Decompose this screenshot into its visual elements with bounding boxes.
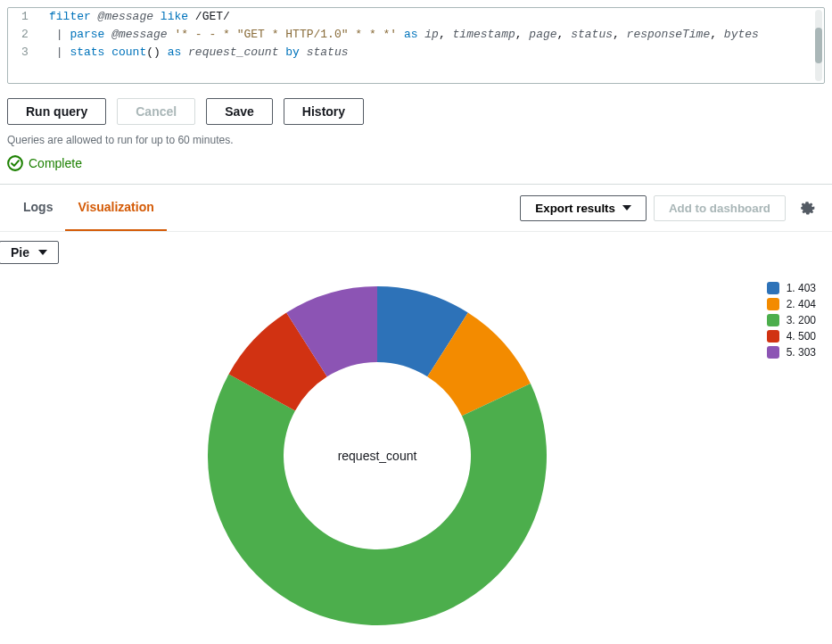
legend-item[interactable]: 2. 404 — [767, 298, 816, 310]
export-results-label: Export results — [535, 202, 615, 215]
code-content[interactable]: | stats count() as request_count by stat… — [49, 44, 359, 62]
legend-label: 2. 404 — [787, 298, 816, 310]
code-line[interactable]: 2 | parse @message '* - - * "GET * HTTP/… — [8, 26, 824, 44]
legend-swatch — [767, 314, 779, 326]
run-query-button[interactable]: Run query — [7, 98, 106, 125]
results-bar: Logs Visualization Export results Add to… — [0, 184, 832, 232]
export-results-button[interactable]: Export results — [520, 195, 647, 221]
legend-swatch — [767, 346, 779, 359]
tab-logs[interactable]: Logs — [11, 185, 65, 231]
chart-legend: 1. 4032. 4043. 2004. 5005. 303 — [767, 282, 825, 362]
chart-center-label: request_count — [338, 449, 417, 463]
line-number: 3 — [8, 44, 49, 62]
donut-slice[interactable] — [208, 374, 547, 625]
settings-button[interactable] — [793, 194, 821, 222]
status-label: Complete — [29, 156, 82, 170]
legend-label: 5. 303 — [787, 346, 816, 359]
svg-point-0 — [8, 156, 22, 170]
legend-item[interactable]: 4. 500 — [767, 330, 816, 343]
line-number: 2 — [8, 26, 49, 44]
legend-item[interactable]: 5. 303 — [767, 346, 816, 359]
gear-icon — [799, 200, 815, 216]
visualization-toolbar: Pie — [0, 232, 832, 273]
caret-down-icon — [622, 205, 631, 211]
query-editor[interactable]: 1filter @message like /GET/2 | parse @me… — [7, 7, 825, 84]
code-line[interactable]: 3 | stats count() as request_count by st… — [8, 44, 824, 62]
legend-label: 1. 403 — [787, 282, 816, 294]
add-to-dashboard-button: Add to dashboard — [654, 195, 786, 221]
legend-label: 3. 200 — [787, 314, 816, 326]
legend-swatch — [767, 330, 779, 343]
chart-area: request_count 1. 4032. 4043. 2004. 5005.… — [0, 273, 832, 644]
query-toolbar: Run query Cancel Save History — [0, 98, 832, 134]
caret-down-icon — [38, 250, 47, 255]
legend-item[interactable]: 3. 200 — [767, 314, 816, 326]
history-button[interactable]: History — [284, 98, 364, 125]
legend-swatch — [767, 282, 779, 294]
editor-scrollbar[interactable] — [815, 10, 822, 81]
line-number: 1 — [8, 8, 49, 26]
code-line[interactable]: 1filter @message like /GET/ — [8, 8, 824, 26]
results-tabs: Logs Visualization — [11, 185, 167, 231]
legend-swatch — [767, 298, 779, 310]
chart-type-label: Pie — [11, 245, 29, 260]
query-status: Complete — [0, 155, 832, 184]
donut-chart: request_count — [185, 282, 569, 630]
query-hint: Queries are allowed to run for up to 60 … — [0, 134, 832, 155]
save-button[interactable]: Save — [206, 98, 273, 125]
legend-item[interactable]: 1. 403 — [767, 282, 816, 294]
code-content[interactable]: | parse @message '* - - * "GET * HTTP/1.… — [49, 26, 770, 44]
chart-type-select[interactable]: Pie — [0, 241, 59, 264]
code-content[interactable]: filter @message like /GET/ — [49, 8, 241, 26]
tab-visualization[interactable]: Visualization — [65, 185, 166, 231]
check-circle-icon — [7, 155, 23, 171]
cancel-button: Cancel — [117, 98, 195, 125]
legend-label: 4. 500 — [787, 330, 816, 343]
